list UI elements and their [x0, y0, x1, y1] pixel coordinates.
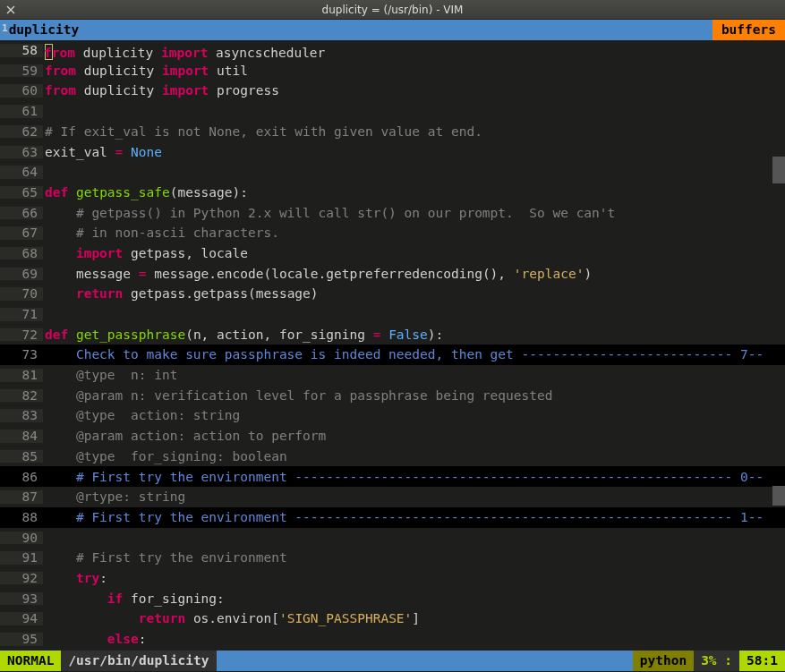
code-content[interactable]: Check to make sure passphrase is indeed … — [43, 348, 785, 362]
code-line[interactable]: 88 # First try the environment ---------… — [0, 507, 785, 528]
line-number: 64 — [0, 166, 43, 179]
code-content[interactable]: import getpass, locale — [43, 247, 785, 260]
buffer-tab-name: duplicity — [9, 23, 80, 37]
status-col-num: 1 — [770, 654, 778, 668]
code-content[interactable]: return getpass.getpass(message) — [43, 287, 785, 301]
line-number: 72 — [0, 328, 43, 342]
code-content[interactable]: # If exit_val is not None, exit with giv… — [43, 125, 785, 139]
line-number: 71 — [0, 308, 43, 321]
line-number: 92 — [0, 572, 43, 585]
code-line[interactable]: 82 @param n: verification level for a pa… — [0, 386, 785, 406]
code-line[interactable]: 67 # in non-ascii characters. — [0, 223, 785, 243]
line-number: 58 — [0, 44, 43, 57]
buffer-tab[interactable]: 1duplicity — [0, 20, 84, 40]
code-content[interactable]: from duplicity import asyncscheduler — [43, 41, 785, 60]
window-titlebar: duplicity = (/usr/bin) - VIM — [0, 0, 785, 20]
code-content[interactable]: # in non-ascii characters. — [43, 226, 785, 240]
code-line[interactable]: 91 # First try the environment — [0, 548, 785, 568]
line-number: 68 — [0, 247, 43, 260]
status-line: NORMAL /usr/bin/duplicity python 3% : 58… — [0, 651, 785, 671]
code-content[interactable]: def getpass_safe(message): — [43, 186, 785, 200]
buffer-tab-number: 1 — [2, 23, 8, 33]
code-line[interactable]: 66 # getpass() in Python 2.x will call s… — [0, 203, 785, 224]
line-number: 61 — [0, 105, 43, 118]
code-content[interactable]: # First try the environment ------------… — [43, 471, 785, 484]
code-content[interactable]: message = message.encode(locale.getprefe… — [43, 268, 785, 281]
line-number: 82 — [0, 389, 43, 403]
line-number: 95 — [0, 633, 43, 646]
code-line[interactable]: 83 @type action: string — [0, 405, 785, 426]
code-line[interactable]: 90 — [0, 528, 785, 549]
code-line[interactable]: 60from duplicity import progress — [0, 81, 785, 101]
code-line[interactable]: 58from duplicity import asyncscheduler — [0, 40, 785, 61]
code-content[interactable]: # First try the environment ------------… — [43, 511, 785, 524]
code-content[interactable]: try: — [43, 572, 785, 585]
code-content[interactable]: if for_signing: — [43, 592, 785, 606]
code-line[interactable]: 73 Check to make sure passphrase is inde… — [0, 345, 785, 365]
code-content[interactable]: @type n: int — [43, 369, 785, 382]
code-line[interactable]: 84 @param action: action to perform — [0, 426, 785, 447]
code-content[interactable]: else: — [43, 633, 785, 646]
line-number: 88 — [0, 511, 43, 524]
line-number: 81 — [0, 369, 43, 382]
status-percent: 3% : — [701, 654, 732, 668]
buffer-line-filler — [84, 20, 712, 40]
status-filetype: python — [633, 651, 694, 671]
code-line[interactable]: 95 else: — [0, 629, 785, 650]
line-number: 66 — [0, 207, 43, 220]
code-line[interactable]: 59from duplicity import util — [0, 61, 785, 81]
code-content[interactable]: # getpass() in Python 2.x will call str(… — [43, 207, 785, 220]
buffers-label[interactable]: buffers — [712, 20, 785, 40]
code-line[interactable]: 71 — [0, 304, 785, 325]
code-line[interactable]: 69 message = message.encode(locale.getpr… — [0, 264, 785, 285]
scrollbar-thumb[interactable] — [772, 157, 785, 183]
code-line[interactable]: 81 @type n: int — [0, 365, 785, 386]
line-number: 60 — [0, 84, 43, 98]
code-content[interactable]: @param n: verification level for a passp… — [43, 389, 785, 403]
code-content[interactable]: @rtype: string — [43, 490, 785, 504]
code-content[interactable]: from duplicity import util — [43, 64, 785, 78]
code-line[interactable]: 61 — [0, 101, 785, 122]
code-content[interactable]: # First try the environment — [43, 551, 785, 565]
code-content[interactable]: @type action: string — [43, 409, 785, 422]
code-content[interactable]: return os.environ['SIGN_PASSPHRASE'] — [43, 612, 785, 625]
code-line[interactable]: 64 — [0, 162, 785, 183]
code-line[interactable]: 85 @type for_signing: boolean — [0, 447, 785, 467]
code-line[interactable]: 65def getpass_safe(message): — [0, 183, 785, 203]
line-number: 91 — [0, 551, 43, 565]
code-line[interactable]: 63exit_val = None — [0, 141, 785, 162]
close-icon[interactable] — [4, 3, 18, 17]
line-number: 69 — [0, 268, 43, 281]
code-line[interactable]: 68 import getpass, locale — [0, 243, 785, 264]
line-number: 63 — [0, 146, 43, 159]
line-number: 87 — [0, 490, 43, 504]
code-line[interactable]: 72def get_passphrase(n, action, for_sign… — [0, 325, 785, 345]
line-number: 59 — [0, 64, 43, 78]
code-line[interactable]: 87 @rtype: string — [0, 487, 785, 507]
line-number: 85 — [0, 450, 43, 464]
line-number: 94 — [0, 612, 43, 625]
line-number: 86 — [0, 471, 43, 484]
editor-area[interactable]: 58from duplicity import asyncscheduler59… — [0, 40, 785, 651]
code-content[interactable]: exit_val = None — [43, 146, 785, 159]
line-number: 93 — [0, 592, 43, 606]
line-number: 90 — [0, 532, 43, 545]
code-content[interactable]: @param action: action to perform — [43, 430, 785, 443]
line-number: 84 — [0, 430, 43, 443]
line-number: 62 — [0, 125, 43, 139]
code-line[interactable]: 70 return getpass.getpass(message) — [0, 284, 785, 304]
code-line[interactable]: 94 return os.environ['SIGN_PASSPHRASE'] — [0, 608, 785, 629]
status-filler — [217, 651, 633, 671]
code-content[interactable]: @type for_signing: boolean — [43, 450, 785, 464]
code-line[interactable]: 92 try: — [0, 568, 785, 589]
line-number: 65 — [0, 186, 43, 200]
status-filepath: /usr/bin/duplicity — [61, 651, 216, 671]
buffer-line: 1duplicity buffers — [0, 20, 785, 40]
code-content[interactable]: from duplicity import progress — [43, 84, 785, 98]
line-number: 67 — [0, 226, 43, 240]
line-number: 73 — [0, 348, 43, 362]
code-line[interactable]: 62# If exit_val is not None, exit with g… — [0, 122, 785, 142]
code-line[interactable]: 93 if for_signing: — [0, 589, 785, 609]
code-line[interactable]: 86 # First try the environment ---------… — [0, 466, 785, 487]
code-content[interactable]: def get_passphrase(n, action, for_signin… — [43, 328, 785, 342]
